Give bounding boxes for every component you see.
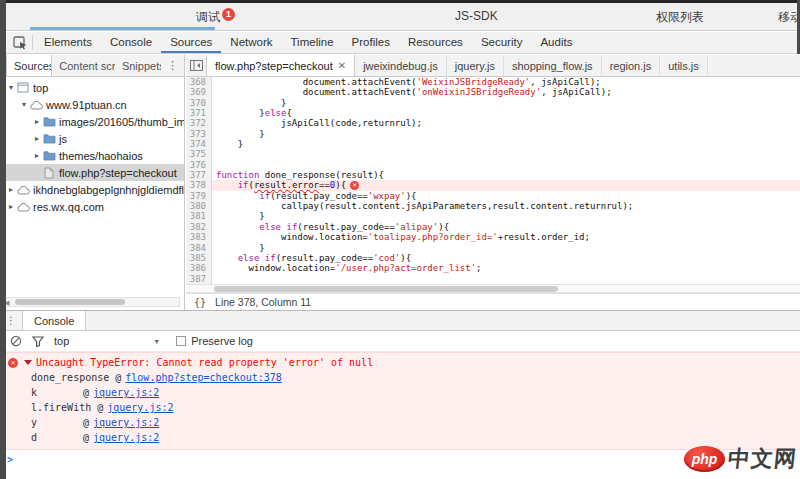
hide-navigator-icon[interactable] bbox=[186, 55, 206, 76]
source-location-link[interactable]: jquery.js:2 bbox=[93, 432, 159, 443]
code-line-374[interactable]: 374 } bbox=[186, 139, 800, 149]
inspect-element-icon[interactable] bbox=[8, 32, 32, 53]
navigator-tab-snippets[interactable]: Snippets bbox=[115, 55, 161, 76]
navigator-horizontal-scrollbar[interactable]: ◀ bbox=[2, 297, 180, 307]
line-text: }else{ bbox=[212, 108, 292, 118]
console-tab[interactable]: Console bbox=[22, 311, 86, 330]
expander-closed-icon[interactable]: ▸ bbox=[6, 202, 16, 211]
code-line-384[interactable]: 384 } bbox=[186, 243, 800, 253]
code-line-373[interactable]: 373 } bbox=[186, 129, 800, 139]
code-line-378[interactable]: 378 if(result.error==0){✕ bbox=[186, 180, 800, 190]
editor-tab-jweixindebug-js[interactable]: jweixindebug.js bbox=[355, 55, 447, 76]
scrollbar-thumb[interactable] bbox=[214, 286, 558, 292]
code-area[interactable]: 368 document.attachEvent('WeixinJSBridge… bbox=[186, 77, 800, 284]
function-name: d bbox=[31, 432, 77, 443]
tree-item-images-201605-thumb-img[interactable]: ▸images/201605/thumb_img bbox=[0, 113, 184, 130]
tree-item-themes-haohaios[interactable]: ▸themes/haohaios bbox=[0, 147, 184, 164]
line-number: 384 bbox=[186, 243, 212, 253]
code-line-383[interactable]: 383 window.location='toalipay.php?order_… bbox=[186, 232, 800, 242]
filter-icon[interactable] bbox=[32, 336, 44, 347]
tree-item-flow-php-step-checkout[interactable]: flow.php?step=checkout bbox=[0, 164, 184, 181]
code-line-369[interactable]: 369 document.attachEvent('onWeixinJSBrid… bbox=[186, 87, 800, 97]
line-content: document.attachEvent('WeixinJSBridgeRead… bbox=[212, 77, 800, 87]
cloud-icon bbox=[16, 201, 30, 213]
line-text: else if(result.pay_code=='alipay'){ bbox=[212, 222, 449, 232]
tree-item-js[interactable]: ▸js bbox=[0, 130, 184, 147]
panel-tab-audits[interactable]: Audits bbox=[531, 32, 581, 53]
panel-tab-console[interactable]: Console bbox=[101, 32, 161, 53]
expander-closed-icon[interactable]: ▸ bbox=[32, 117, 42, 126]
expander-closed-icon[interactable]: ▸ bbox=[32, 134, 42, 143]
error-message-text: Uncaught TypeError: Cannot read property… bbox=[36, 357, 373, 368]
editor-tab-shopping-flow-js[interactable]: shopping_flow.js bbox=[504, 55, 602, 76]
code-line-387[interactable]: 387 bbox=[186, 274, 800, 284]
code-line-377[interactable]: 377function done_response(result){ bbox=[186, 170, 800, 180]
editor-tab-flow-php-step-checkout[interactable]: flow.php?step=checkout✕ bbox=[206, 55, 355, 76]
error-message-row[interactable]: ✕ Uncaught TypeError: Cannot read proper… bbox=[0, 355, 800, 370]
panel-tab-elements[interactable]: Elements bbox=[35, 32, 101, 53]
expander-closed-icon[interactable]: ▸ bbox=[32, 151, 42, 160]
panel-tab-timeline[interactable]: Timeline bbox=[282, 32, 343, 53]
navigator-overflow-menu-icon[interactable]: ⋮ bbox=[161, 55, 184, 76]
panel-tab-resources[interactable]: Resources bbox=[399, 32, 472, 53]
editor-horizontal-scrollbar[interactable] bbox=[186, 284, 800, 293]
tree-item-www-91ptuan-cn[interactable]: ▾www.91ptuan.cn bbox=[0, 96, 184, 113]
at-symbol: @ bbox=[83, 432, 89, 443]
scrollbar-thumb[interactable] bbox=[15, 299, 125, 305]
panel-tab-network[interactable]: Network bbox=[221, 32, 281, 53]
line-content: if(result.error==0){✕ bbox=[212, 180, 800, 190]
expand-triangle-icon[interactable] bbox=[24, 360, 32, 365]
browser-tab-1[interactable]: 调试1 bbox=[196, 9, 235, 26]
code-line-380[interactable]: 380 callpay(result.content.jsApiParamete… bbox=[186, 201, 800, 211]
navigator-tab-sources[interactable]: Sources bbox=[6, 55, 52, 76]
tree-item-top[interactable]: ▾top bbox=[0, 79, 184, 96]
line-content: if(result.pay_code=='wxpay'){ bbox=[212, 191, 800, 201]
at-symbol: @ bbox=[115, 372, 121, 383]
line-number: 377 bbox=[186, 170, 212, 180]
editor-tab-label: utils.js bbox=[668, 60, 699, 72]
browser-tab-3[interactable]: 权限列表 bbox=[656, 9, 704, 26]
code-line-385[interactable]: 385 else if(result.pay_code=='cod'){ bbox=[186, 253, 800, 263]
function-name: l.fireWith bbox=[31, 402, 91, 413]
close-tab-icon[interactable]: ✕ bbox=[338, 60, 346, 71]
tree-item-ikhdnebglabgeplgnhnjgldiemdfld[interactable]: ▸ikhdnebglabgeplgnhnjgldiemdfld bbox=[0, 181, 184, 198]
line-text: else if(result.pay_code=='cod'){ bbox=[212, 253, 411, 263]
preserve-log-toggle[interactable]: Preserve log bbox=[176, 335, 253, 347]
browser-tab-2[interactable]: JS-SDK bbox=[455, 9, 498, 23]
pretty-print-icon[interactable]: {} bbox=[186, 297, 215, 308]
code-line-376[interactable]: 376 bbox=[186, 160, 800, 170]
source-location-link[interactable]: flow.php?step=checkout:378 bbox=[125, 372, 282, 383]
code-line-368[interactable]: 368 document.attachEvent('WeixinJSBridge… bbox=[186, 77, 800, 87]
execution-context-selector[interactable]: top bbox=[54, 335, 69, 347]
console-prompt[interactable]: > bbox=[0, 450, 800, 468]
chevron-down-icon[interactable]: ▼ bbox=[153, 338, 160, 345]
code-line-381[interactable]: 381 } bbox=[186, 211, 800, 221]
code-line-386[interactable]: 386 window.location='/user.php?act=order… bbox=[186, 263, 800, 273]
panel-tab-security[interactable]: Security bbox=[472, 32, 532, 53]
clear-console-icon[interactable] bbox=[10, 335, 22, 347]
editor-tab-utils-js[interactable]: utils.js bbox=[660, 55, 708, 76]
active-tab-underline bbox=[30, 27, 215, 30]
expander-closed-icon[interactable]: ▸ bbox=[6, 185, 16, 194]
code-line-372[interactable]: 372 jsApiCall(code,returnrul); bbox=[186, 118, 800, 128]
line-number: 374 bbox=[186, 139, 212, 149]
code-line-382[interactable]: 382 else if(result.pay_code=='alipay'){ bbox=[186, 222, 800, 232]
editor-tab-region-js[interactable]: region.js bbox=[602, 55, 661, 76]
code-line-370[interactable]: 370 } bbox=[186, 98, 800, 108]
code-line-371[interactable]: 371 }else{ bbox=[186, 108, 800, 118]
preserve-log-checkbox[interactable] bbox=[176, 336, 186, 346]
expander-open-icon[interactable]: ▾ bbox=[6, 83, 16, 92]
panel-tab-profiles[interactable]: Profiles bbox=[343, 32, 399, 53]
expander-open-icon[interactable]: ▾ bbox=[19, 100, 29, 109]
source-location-link[interactable]: jquery.js:2 bbox=[107, 402, 173, 413]
source-location-link[interactable]: jquery.js:2 bbox=[93, 387, 159, 398]
source-location-link[interactable]: jquery.js:2 bbox=[93, 417, 159, 428]
panel-tab-sources[interactable]: Sources bbox=[161, 32, 221, 53]
php-logo-text: php bbox=[692, 451, 718, 467]
editor-tab-jquery-js[interactable]: jquery.js bbox=[447, 55, 504, 76]
code-line-379[interactable]: 379 if(result.pay_code=='wxpay'){ bbox=[186, 191, 800, 201]
code-line-375[interactable]: 375 bbox=[186, 149, 800, 159]
tree-item-res-wx-qq-com[interactable]: ▸res.wx.qq.com bbox=[0, 198, 184, 215]
preserve-log-label: Preserve log bbox=[191, 335, 253, 347]
navigator-tab-content-scripts[interactable]: Content scr... bbox=[52, 55, 115, 76]
